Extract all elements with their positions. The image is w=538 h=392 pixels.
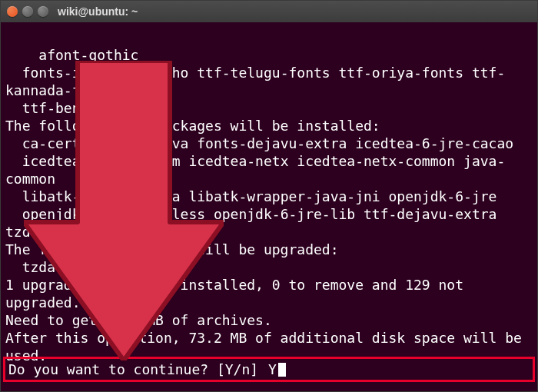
close-button[interactable] [7, 6, 18, 17]
prompt-question: Do you want to continue? [Y/n] [8, 360, 267, 378]
terminal-window: wiki@ubuntu: ~ afont-gothic fonts-ipafon… [0, 0, 538, 392]
titlebar[interactable]: wiki@ubuntu: ~ [1, 1, 537, 22]
minimize-button[interactable] [22, 6, 33, 17]
prompt-input[interactable]: Y [268, 360, 277, 378]
window-controls [7, 6, 48, 17]
maximize-button[interactable] [38, 6, 48, 17]
cursor-icon [278, 363, 286, 377]
window-title: wiki@ubuntu: ~ [58, 5, 138, 18]
terminal-output: afont-gothic fonts-ipafont-mincho ttf-te… [5, 47, 530, 364]
continue-prompt-highlight: Do you want to continue? [Y/n] Y [3, 357, 535, 382]
terminal-body[interactable]: afont-gothic fonts-ipafont-mincho ttf-te… [1, 22, 537, 391]
